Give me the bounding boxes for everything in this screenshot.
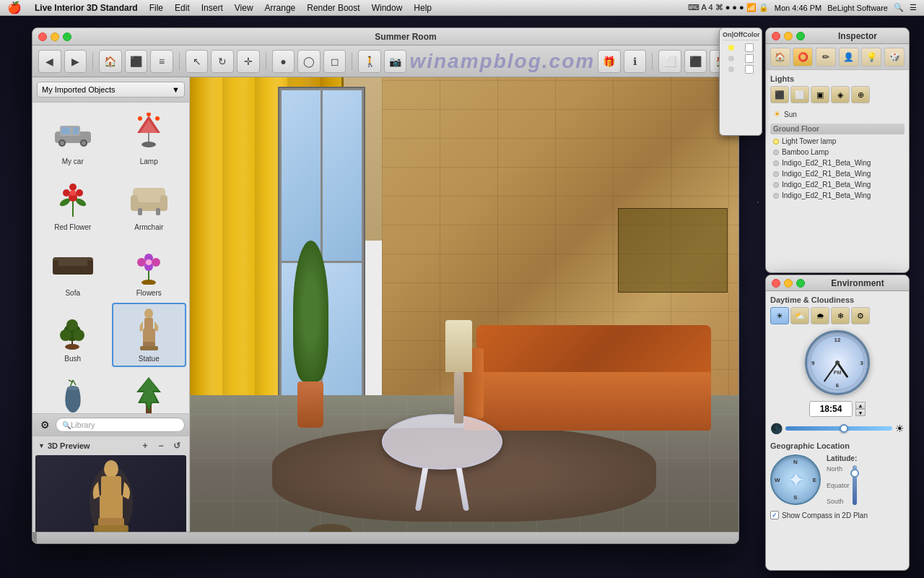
inspector-traffic-lights bbox=[772, 32, 805, 40]
menu-window[interactable]: Window bbox=[366, 0, 409, 15]
light-type-1[interactable]: ⬛ bbox=[770, 86, 789, 103]
inspector-maximize-button[interactable] bbox=[796, 32, 805, 40]
menubar-search-icon[interactable]: 🔍 bbox=[894, 3, 904, 12]
object-statue[interactable]: Statue bbox=[112, 303, 187, 367]
sun-item[interactable]: ☀ Sun bbox=[770, 108, 905, 121]
light-item-5[interactable]: Indigo_Ed2_R1_Beta_Wing bbox=[770, 190, 905, 201]
inspector-btn-edit[interactable]: ✏ bbox=[816, 48, 836, 66]
color-sq-1[interactable] bbox=[745, 54, 754, 63]
info-button[interactable]: ℹ bbox=[624, 50, 647, 73]
light-item-2[interactable]: Indigo_Ed2_R1_Beta_Wing bbox=[770, 158, 905, 168]
menu-edit[interactable]: Edit bbox=[169, 0, 196, 15]
inspector-btn-home[interactable]: 🏠 bbox=[770, 48, 790, 66]
main-toolbar: ◀ ▶ 🏠 ⬛ ≡ ↖ ↻ ✛ ● ◯ ◻ 🚶 📷 winampblog.com… bbox=[32, 46, 738, 77]
3d-preview-section: ▼ 3D Preview + − ↺ bbox=[32, 436, 189, 544]
menu-help[interactable]: Help bbox=[408, 0, 437, 15]
forward-button[interactable]: ▶ bbox=[64, 50, 87, 73]
lat-labels: North Equator South bbox=[827, 465, 850, 505]
select-tool[interactable]: ↖ bbox=[186, 50, 209, 73]
minimize-button[interactable] bbox=[51, 33, 59, 41]
light-label-1: Bamboo Lamp bbox=[782, 148, 829, 156]
menu-insert[interactable]: Insert bbox=[196, 0, 229, 15]
time-display[interactable]: 18:54 bbox=[809, 401, 853, 417]
menu-render-boost[interactable]: Render Boost bbox=[301, 0, 365, 15]
menu-file[interactable]: File bbox=[144, 0, 169, 15]
preview-collapse-icon[interactable]: ▼ bbox=[38, 442, 45, 449]
gear-button[interactable]: ⚙ bbox=[37, 417, 53, 433]
inspector-btn-light[interactable]: 💡 bbox=[861, 48, 881, 66]
object-bush[interactable]: Bush bbox=[35, 303, 110, 367]
main-viewport[interactable] bbox=[190, 77, 738, 544]
env-maximize-button[interactable] bbox=[796, 279, 805, 288]
camera-tool[interactable]: 📷 bbox=[384, 50, 407, 73]
menubar-menu-icon[interactable]: ☰ bbox=[910, 3, 917, 12]
lights-toolbar: ⬛ ⬜ ▣ ◈ ⊕ bbox=[770, 86, 905, 103]
inspector-btn-circle[interactable]: ⭕ bbox=[793, 48, 813, 66]
light-type-add[interactable]: ⊕ bbox=[851, 86, 870, 103]
object-red-flower[interactable]: Red Flower bbox=[35, 171, 110, 236]
light-item-0[interactable]: Light Tower lamp bbox=[770, 136, 905, 147]
split-view-button[interactable]: ⬛ bbox=[684, 50, 707, 73]
maximize-button[interactable] bbox=[63, 33, 71, 41]
3d-view-btn[interactable]: 🎁 bbox=[598, 50, 621, 73]
object-vase[interactable]: Vase bbox=[35, 368, 110, 413]
time-input-row: 18:54 ▲ ▼ bbox=[770, 401, 905, 417]
env-btn-settings[interactable]: ⚙ bbox=[851, 307, 870, 324]
plan-view-button[interactable]: 🏠 bbox=[99, 50, 122, 73]
compass[interactable]: ✦ N S E W bbox=[770, 454, 821, 505]
light-item-1[interactable]: Bamboo Lamp bbox=[770, 147, 905, 158]
light-item-3[interactable]: Indigo_Ed2_R1_Beta_Wing bbox=[770, 168, 905, 179]
zoom-in-button[interactable]: + bbox=[139, 439, 152, 452]
object-armchair[interactable]: Armchair bbox=[112, 171, 187, 236]
app-name-menu[interactable]: Live Interior 3D Standard bbox=[29, 0, 144, 15]
search-input[interactable]: 🔍 Library bbox=[56, 418, 185, 432]
color-sq-2[interactable] bbox=[745, 65, 754, 74]
close-button[interactable] bbox=[38, 33, 47, 41]
light-type-2[interactable]: ⬜ bbox=[790, 86, 809, 103]
env-btn-rain[interactable]: 🌧 bbox=[811, 307, 829, 324]
time-decrement-button[interactable]: ▼ bbox=[855, 409, 866, 416]
rect-tool[interactable]: ◻ bbox=[323, 50, 346, 73]
lat-slider[interactable] bbox=[853, 465, 857, 505]
apple-menu[interactable]: 🍎 bbox=[0, 1, 29, 14]
menu-arrange[interactable]: Arrange bbox=[259, 0, 302, 15]
objects-dropdown[interactable]: My Imported Objects ▼ bbox=[37, 82, 185, 98]
env-close-button[interactable] bbox=[772, 279, 780, 288]
light-item-4[interactable]: Indigo_Ed2_R1_Beta_Wing bbox=[770, 179, 905, 190]
env-btn-sun[interactable]: ☀ bbox=[770, 307, 789, 324]
light-type-4[interactable]: ◈ bbox=[831, 86, 850, 103]
reset-view-button[interactable]: ↺ bbox=[170, 439, 183, 452]
inspector-close-button[interactable] bbox=[772, 32, 780, 40]
inspector-toolbar: 🏠 ⭕ ✏ 👤 💡 🎲 bbox=[766, 44, 909, 70]
object-lamp[interactable]: Lamp bbox=[112, 105, 187, 170]
object-sofa-label: Sofa bbox=[65, 289, 80, 297]
object-sofa[interactable]: Sofa bbox=[35, 237, 110, 301]
rooms-button[interactable]: ⬛ bbox=[125, 50, 148, 73]
color-sq-0[interactable] bbox=[745, 43, 754, 52]
show-compass-checkbox[interactable]: ✓ bbox=[770, 511, 779, 519]
menu-view[interactable]: View bbox=[229, 0, 259, 15]
list-button[interactable]: ≡ bbox=[150, 50, 173, 73]
person-tool[interactable]: 🚶 bbox=[358, 50, 381, 73]
object-flowers[interactable]: Flowers bbox=[112, 237, 187, 301]
draw-tool[interactable]: ● bbox=[272, 50, 295, 73]
circle-tool[interactable]: ◯ bbox=[297, 50, 321, 73]
zoom-out-button[interactable]: − bbox=[154, 439, 167, 452]
move-tool[interactable]: ✛ bbox=[237, 50, 260, 73]
object-great-tree[interactable]: Great Tree bbox=[112, 368, 187, 413]
env-btn-cloud[interactable]: ⛅ bbox=[790, 307, 809, 324]
light-type-3[interactable]: ▣ bbox=[811, 86, 829, 103]
fullscreen-button[interactable]: ⬜ bbox=[658, 50, 681, 73]
rotate-tool[interactable]: ↻ bbox=[211, 50, 234, 73]
brightness-slider[interactable] bbox=[785, 426, 892, 431]
env-btn-snow[interactable]: ❄ bbox=[831, 307, 850, 324]
object-my-car[interactable]: My car bbox=[35, 105, 110, 170]
svg-rect-30 bbox=[53, 266, 93, 275]
inspector-btn-dice[interactable]: 🎲 bbox=[884, 48, 905, 66]
resize-handle[interactable] bbox=[32, 532, 37, 543]
env-minimize-button[interactable] bbox=[784, 279, 793, 288]
back-button[interactable]: ◀ bbox=[38, 50, 61, 73]
time-increment-button[interactable]: ▲ bbox=[855, 402, 866, 409]
inspector-btn-person[interactable]: 👤 bbox=[839, 48, 859, 66]
inspector-minimize-button[interactable] bbox=[784, 32, 793, 40]
